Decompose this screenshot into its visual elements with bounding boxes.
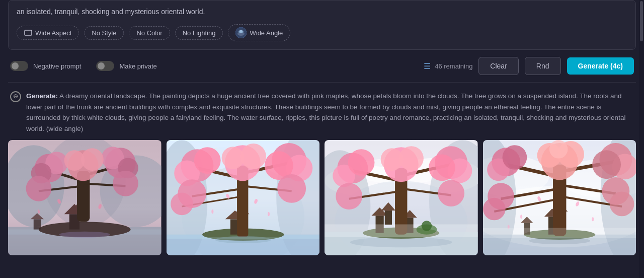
generate-icon: ⊖ (10, 91, 21, 102)
controls-right: ☰ 46 remaining Clear Rnd Generate (4c) (424, 57, 634, 75)
remaining-info: ☰ 46 remaining (424, 61, 472, 71)
svg-point-144 (549, 140, 568, 159)
svg-point-133 (502, 146, 527, 170)
prompt-text: an isolated, tranquil, shocking and myst… (17, 7, 627, 17)
svg-point-109 (422, 221, 432, 231)
tag-no-style-label: No Style (92, 29, 116, 37)
tag-wide-aspect-label: Wide Aspect (35, 29, 71, 37)
negative-prompt-toggle[interactable] (10, 61, 28, 71)
remaining-count: 46 remaining (435, 62, 472, 70)
scrollbar-thumb (640, 1, 643, 41)
controls-row: Negative prompt Make private ☰ 46 remain… (0, 50, 644, 82)
prompt-section: an isolated, tranquil, shocking and myst… (8, 0, 636, 50)
make-private-toggle[interactable] (96, 61, 114, 71)
tag-no-lighting-label: No Lighting (183, 29, 216, 37)
main-container: an isolated, tranquil, shocking and myst… (0, 0, 644, 278)
make-private-group: Make private (96, 61, 156, 71)
svg-point-151 (529, 237, 590, 244)
svg-point-31 (81, 149, 104, 171)
negative-prompt-label: Negative prompt (33, 62, 81, 70)
svg-point-102 (336, 183, 362, 210)
svg-rect-150 (483, 228, 636, 238)
images-grid (0, 140, 644, 263)
svg-point-106 (399, 147, 424, 171)
make-private-label: Make private (119, 62, 156, 70)
image-card-2[interactable] (167, 140, 320, 255)
generate-label: Generate: (26, 92, 58, 100)
tag-no-color[interactable]: No Color (129, 26, 170, 40)
image-card-4[interactable] (483, 140, 636, 255)
svg-point-136 (592, 151, 621, 179)
svg-point-4 (239, 30, 243, 33)
tag-wide-aspect[interactable]: Wide Aspect (17, 26, 79, 40)
svg-rect-107 (325, 225, 478, 237)
generate-text: Generate: A dreamy oriental landscape. T… (26, 91, 634, 134)
generate-description: A dreamy oriental landscape. The paintin… (26, 92, 625, 132)
scrollbar[interactable] (639, 0, 644, 278)
generate-button[interactable]: Generate (4c) (567, 57, 634, 75)
tag-wide-angle-label: Wide Angle (250, 29, 283, 37)
generate-info: ⊖ Generate: A dreamy oriental landscape.… (0, 83, 644, 140)
wide-angle-thumbnail (235, 27, 247, 38)
svg-point-83 (350, 237, 452, 247)
image-card-1[interactable] (8, 140, 162, 255)
tags-row: Wide Aspect No Style No Color No Lightin… (17, 24, 627, 41)
tag-no-style[interactable]: No Style (84, 26, 124, 40)
svg-point-139 (483, 198, 506, 221)
image-card-3[interactable] (325, 140, 478, 255)
svg-point-64 (277, 174, 306, 203)
negative-prompt-group: Negative prompt (10, 61, 81, 71)
svg-point-71 (211, 210, 213, 214)
rnd-button[interactable]: Rnd (525, 57, 561, 75)
svg-point-101 (429, 155, 455, 181)
svg-point-35 (59, 232, 111, 238)
svg-point-67 (240, 144, 266, 169)
svg-point-140 (609, 192, 634, 217)
stack-icon: ☰ (424, 61, 431, 71)
svg-rect-0 (25, 30, 32, 35)
svg-point-147 (520, 215, 522, 219)
svg-rect-36 (34, 220, 41, 230)
svg-point-98 (348, 150, 375, 176)
wide-aspect-icon (24, 29, 32, 37)
svg-point-148 (592, 218, 594, 222)
clear-button[interactable]: Clear (478, 57, 518, 75)
svg-point-68 (171, 193, 193, 216)
svg-point-72 (267, 212, 269, 216)
svg-point-59 (194, 148, 220, 174)
svg-point-103 (438, 180, 464, 207)
svg-rect-87 (385, 211, 392, 225)
tag-no-color-label: No Color (136, 29, 162, 37)
svg-point-27 (26, 176, 52, 201)
svg-point-28 (113, 171, 138, 196)
tag-wide-angle[interactable]: Wide Angle (228, 24, 290, 41)
svg-rect-74 (197, 237, 289, 239)
tag-no-lighting[interactable]: No Lighting (175, 26, 223, 40)
